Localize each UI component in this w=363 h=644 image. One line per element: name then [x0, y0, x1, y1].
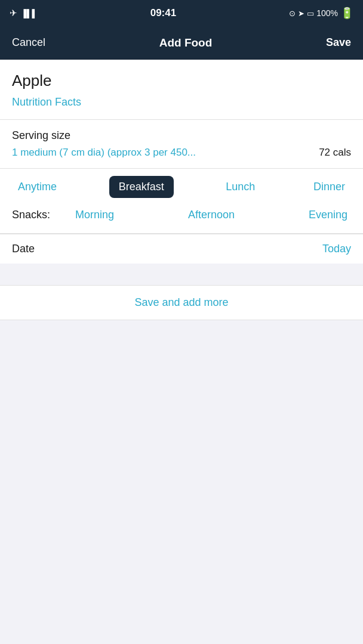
- serving-description[interactable]: 1 medium (7 cm dia) (approx 3 per 450...: [12, 147, 196, 159]
- snack-afternoon-button[interactable]: Afternoon: [184, 206, 238, 224]
- snacks-row: Snacks: Morning Afternoon Evening: [12, 206, 351, 224]
- meal-lunch-button[interactable]: Lunch: [220, 177, 261, 197]
- snacks-label: Snacks:: [12, 209, 60, 221]
- serving-calories: 72 cals: [319, 147, 351, 159]
- meal-section: Anytime Breakfast Lunch Dinner Snacks: M…: [0, 169, 363, 233]
- bottom-area: [0, 320, 363, 559]
- status-right: ⊙ ➤ ▭ 100% 🔋: [289, 7, 353, 20]
- date-value[interactable]: Today: [322, 243, 351, 255]
- cancel-button[interactable]: Cancel: [12, 36, 45, 49]
- date-label: Date: [12, 243, 35, 255]
- status-bar: ✈ ▐▌▌ 09:41 ⊙ ➤ ▭ 100% 🔋: [0, 0, 363, 26]
- serving-size-label: Serving size: [12, 129, 351, 142]
- battery-pct: 100%: [316, 8, 338, 18]
- save-more-section: Save and add more: [0, 285, 363, 320]
- location-icon: ➤: [298, 9, 304, 18]
- lock-icon: ⊙: [289, 9, 296, 18]
- page-title: Add Food: [159, 36, 213, 49]
- meal-anytime-button[interactable]: Anytime: [12, 177, 63, 197]
- gray-separator: [0, 264, 363, 285]
- battery-icon: 🔋: [340, 7, 353, 20]
- signal-icon: ▐▌▌: [21, 9, 38, 18]
- nutrition-facts-link[interactable]: Nutrition Facts: [12, 96, 351, 109]
- nav-bar: Cancel Add Food Save: [0, 26, 363, 60]
- serving-value-row: 1 medium (7 cm dia) (approx 3 per 450...…: [12, 147, 351, 159]
- save-button[interactable]: Save: [326, 36, 351, 49]
- meal-options-row: Anytime Breakfast Lunch Dinner: [12, 176, 351, 198]
- snack-morning-button[interactable]: Morning: [72, 206, 118, 224]
- save-and-add-more-button[interactable]: Save and add more: [134, 296, 228, 309]
- snacks-options: Morning Afternoon Evening: [72, 206, 351, 224]
- serving-section: Serving size 1 medium (7 cm dia) (approx…: [0, 120, 363, 168]
- food-name-section: Apple Nutrition Facts: [0, 60, 363, 109]
- meal-breakfast-button[interactable]: Breakfast: [109, 176, 174, 198]
- main-content: Apple Nutrition Facts Serving size 1 med…: [0, 60, 363, 264]
- status-left: ✈ ▐▌▌: [10, 8, 38, 18]
- status-time: 09:41: [150, 7, 176, 19]
- food-name: Apple: [12, 72, 351, 90]
- date-section: Date Today: [0, 234, 363, 264]
- cast-icon: ▭: [307, 9, 314, 18]
- meal-dinner-button[interactable]: Dinner: [307, 177, 351, 197]
- airplane-icon: ✈: [10, 8, 17, 18]
- snack-evening-button[interactable]: Evening: [305, 206, 351, 224]
